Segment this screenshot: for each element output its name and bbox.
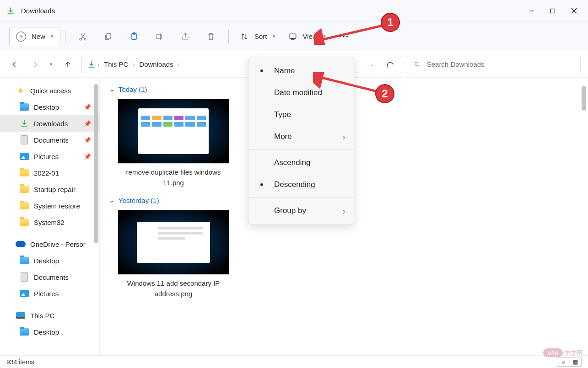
watermark: php 中文网 (543, 348, 583, 357)
breadcrumb-label: This PC (104, 60, 128, 68)
sidebar-item-downloads[interactable]: Downloads 📌 (0, 115, 99, 132)
sidebar-item-folder[interactable]: System restore (0, 197, 99, 214)
file-item[interactable]: Windows 11 add secondary IP address.png (116, 210, 231, 299)
sort-button[interactable]: Sort ▾ (233, 27, 282, 46)
chevron-right-icon: › (178, 61, 180, 68)
sort-option-descending[interactable]: Descending (248, 174, 354, 196)
address-dropdown-button[interactable]: ⌄ (362, 56, 381, 73)
sidebar-item-label: System restore (34, 202, 80, 210)
chevron-right-icon: › (133, 61, 135, 68)
chevron-right-icon: › (97, 61, 99, 68)
search-box[interactable] (407, 56, 581, 73)
minimize-button[interactable] (521, 2, 542, 20)
pc-icon (16, 312, 25, 319)
sidebar-item-folder[interactable]: System32 (0, 214, 99, 230)
separator (65, 30, 65, 43)
search-input[interactable] (427, 60, 574, 68)
sidebar-quick-access[interactable]: ★ Quick access (0, 82, 99, 99)
address-icon[interactable] (85, 56, 96, 73)
command-bar: + New ▾ Sort ▾ View ▾ (0, 22, 588, 51)
scrollbar-thumb[interactable] (582, 86, 586, 111)
sidebar-this-pc[interactable]: This PC (0, 307, 99, 324)
pin-icon: 📌 (84, 153, 91, 160)
new-button[interactable]: + New ▾ (9, 27, 60, 46)
forward-button[interactable] (26, 55, 44, 74)
sort-label: Sort (254, 32, 267, 40)
cut-button[interactable] (70, 27, 96, 46)
chevron-down-icon: ⌄ (370, 61, 374, 67)
sidebar-item-label: This PC (30, 312, 54, 320)
sidebar-item-label: Quick access (30, 87, 71, 95)
paste-button[interactable] (121, 27, 147, 46)
sidebar-item-folder[interactable]: Startup repair (0, 181, 99, 197)
recent-button[interactable]: ▾ (46, 55, 57, 74)
sidebar-item-label: Desktop (34, 257, 59, 265)
back-button[interactable] (5, 55, 24, 74)
chevron-down-icon: ⌄ (109, 85, 115, 93)
sort-option-more[interactable]: More (248, 126, 354, 148)
details-view-icon[interactable]: ≡ (557, 358, 569, 366)
sidebar-item-documents[interactable]: Documents 📌 (0, 132, 99, 148)
sort-option-ascending[interactable]: Ascending (248, 152, 354, 174)
close-button[interactable] (563, 2, 584, 20)
view-toggle[interactable]: ≡ ▦ (557, 357, 582, 367)
sidebar-item-pictures[interactable]: Pictures 📌 (0, 148, 99, 165)
status-bar: 934 items ≡ ▦ (0, 355, 588, 368)
chevron-down-icon: ▾ (50, 61, 53, 67)
sidebar-item-documents-od[interactable]: Documents (0, 269, 99, 285)
sidebar-item-desktop-od[interactable]: Desktop (0, 252, 99, 269)
callout-arrow-2 (313, 72, 382, 96)
group-label: Today (1) (119, 85, 147, 93)
share-button[interactable] (173, 27, 198, 46)
sidebar-item-label: Documents (34, 273, 69, 281)
svg-rect-3 (107, 33, 111, 39)
delete-button[interactable] (198, 27, 224, 46)
file-thumbnail (118, 99, 229, 164)
plus-icon: + (16, 32, 26, 42)
sidebar-item-label: Desktop (34, 103, 59, 111)
menu-item-label: More (274, 132, 292, 141)
callout-number: 1 (387, 16, 393, 29)
sidebar-item-pictures-od[interactable]: Pictures (0, 285, 99, 302)
sidebar-item-desktop-pc[interactable]: Desktop (0, 324, 99, 340)
svg-point-11 (415, 62, 418, 65)
window-title: Downloads (21, 7, 55, 15)
sidebar-item-label: Pictures (34, 290, 59, 298)
sidebar-item-label: Pictures (34, 153, 59, 160)
chevron-down-icon: ▾ (51, 33, 54, 39)
sort-option-type[interactable]: Type (248, 104, 354, 126)
pictures-icon (20, 153, 29, 160)
sort-option-group-by[interactable]: Group by (248, 200, 354, 222)
sidebar-item-label: Documents (34, 136, 69, 144)
sidebar-item-label: Desktop (34, 328, 59, 336)
up-button[interactable] (59, 55, 77, 74)
thumbnails-view-icon[interactable]: ▦ (569, 358, 581, 366)
pictures-icon (20, 290, 29, 297)
menu-item-label: Name (274, 66, 295, 75)
breadcrumb-downloads[interactable]: Downloads (136, 56, 176, 73)
maximize-button[interactable] (542, 2, 563, 20)
chevron-down-icon: ⌄ (109, 196, 115, 204)
status-item-count: 934 items (6, 358, 34, 366)
group-label: Yesterday (1) (119, 197, 159, 204)
refresh-button[interactable] (381, 56, 399, 73)
sidebar-onedrive[interactable]: OneDrive - Persor (0, 236, 99, 252)
file-item[interactable]: remove duplicate files windows 11.png (116, 99, 231, 188)
file-thumbnail (118, 210, 229, 275)
menu-item-label: Type (274, 110, 291, 119)
breadcrumb-this-pc[interactable]: This PC (101, 56, 131, 73)
folder-icon (20, 169, 29, 176)
chevron-down-icon: ▾ (273, 33, 275, 39)
sidebar-item-folder[interactable]: 2022-01 (0, 165, 99, 181)
copy-button[interactable] (96, 27, 121, 46)
menu-item-label: Ascending (274, 158, 310, 167)
rename-button[interactable] (147, 27, 173, 46)
sidebar-item-label: 2022-01 (34, 169, 59, 177)
folder-icon (20, 257, 29, 264)
sidebar-item-desktop[interactable]: Desktop 📌 (0, 99, 99, 115)
document-icon (21, 272, 28, 282)
pin-icon: 📌 (84, 104, 91, 111)
star-icon: ★ (16, 85, 26, 96)
svg-line-12 (319, 26, 383, 40)
scrollbar-thumb[interactable] (94, 84, 98, 243)
